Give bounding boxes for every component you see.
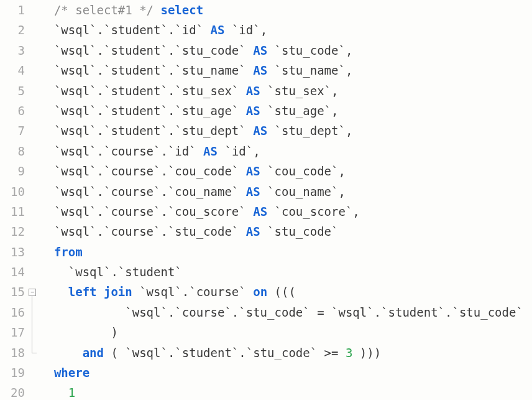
code-line[interactable]: `wsql`.`course`.`cou_code` AS `cou_code`… (40, 161, 532, 181)
indent (40, 144, 54, 158)
keyword-token: AS (246, 164, 260, 178)
fold-gutter: − (29, 0, 37, 400)
keyword-token: where (54, 366, 89, 379)
text-token: `cou_score`, (267, 205, 360, 218)
line-number: 18 (0, 343, 25, 363)
text-token: `stu_sex`, (260, 84, 339, 98)
keyword-token: AS (253, 44, 267, 57)
keyword-token: AS (246, 225, 260, 238)
indent (40, 84, 54, 98)
line-number: 19 (0, 363, 25, 383)
code-line[interactable]: `wsql`.`student`.`stu_sex` AS `stu_sex`, (40, 81, 532, 101)
keyword-token: left join (68, 285, 132, 299)
code-line[interactable]: left join `wsql`.`course` on ((( (40, 282, 532, 302)
code-line[interactable]: ) (40, 322, 532, 342)
code-area[interactable]: /* select#1 */ select `wsql`.`student`.`… (37, 0, 532, 400)
line-number: 17 (0, 322, 25, 342)
code-line[interactable]: `wsql`.`course`.`id` AS `id`, (40, 141, 532, 161)
code-editor[interactable]: 1234567891011121314151617181920 − /* sel… (0, 0, 532, 400)
line-number: 12 (0, 221, 25, 241)
keyword-token: AS (246, 104, 260, 118)
text-token: ((( (267, 285, 296, 299)
line-number: 16 (0, 302, 25, 322)
comment-token: /* select#1 */ (54, 3, 161, 17)
text-token: `wsql`.`course`.`cou_name` (54, 185, 246, 198)
indent (40, 164, 54, 178)
code-line[interactable]: from (40, 242, 532, 262)
fold-guide-line (32, 296, 32, 353)
indent (40, 23, 54, 37)
indent (40, 325, 111, 339)
indent (40, 44, 54, 57)
code-line[interactable]: `wsql`.`student`.`stu_dept` AS `stu_dept… (40, 121, 532, 141)
fold-toggle-icon[interactable]: − (29, 289, 36, 296)
indent (40, 305, 125, 319)
code-line[interactable]: 1 (40, 383, 532, 400)
number-token: 3 (346, 346, 352, 360)
code-line[interactable]: `wsql`.`student` (40, 262, 532, 282)
code-line[interactable]: `wsql`.`student`.`stu_age` AS `stu_age`, (40, 101, 532, 121)
indent (40, 63, 54, 77)
code-line[interactable]: `wsql`.`course`.`cou_score` AS `cou_scor… (40, 202, 532, 221)
line-number: 15 (0, 282, 25, 302)
text-token: `wsql`.`course` (132, 285, 253, 299)
line-number: 3 (0, 40, 25, 60)
indent (40, 285, 68, 299)
indent (40, 3, 54, 17)
line-number: 11 (0, 202, 25, 221)
line-number: 20 (0, 383, 25, 400)
keyword-token: from (54, 245, 83, 259)
text-token: `wsql`.`student`.`stu_code` (54, 44, 253, 57)
indent (40, 265, 68, 279)
text-token: `stu_code`, (267, 44, 352, 57)
line-number-gutter: 1234567891011121314151617181920 (0, 0, 29, 400)
line-number: 10 (0, 182, 25, 202)
indent (40, 366, 54, 379)
line-number: 1 (0, 0, 25, 20)
indent (40, 245, 54, 259)
code-line[interactable]: `wsql`.`student`.`id` AS `id`, (40, 20, 532, 40)
line-number: 9 (0, 161, 25, 181)
text-token: `wsql`.`student` (68, 265, 182, 279)
text-token: ) (111, 325, 117, 339)
indent (40, 225, 54, 238)
text-token: `wsql`.`student`.`stu_sex` (54, 84, 246, 98)
text-token: `cou_name`, (260, 185, 346, 198)
text-token: `stu_age`, (260, 104, 339, 118)
line-number: 4 (0, 60, 25, 80)
code-line[interactable]: where (40, 363, 532, 383)
line-number: 14 (0, 262, 25, 282)
text-token: `wsql`.`course`.`stu_code` (54, 225, 246, 238)
code-line[interactable]: `wsql`.`course`.`stu_code` AS `stu_code` (40, 221, 532, 241)
code-line[interactable]: `wsql`.`course`.`cou_name` AS `cou_name`… (40, 182, 532, 202)
code-line[interactable]: `wsql`.`course`.`stu_code` = `wsql`.`stu… (40, 302, 532, 322)
text-token: `wsql`.`student`.`stu_age` (54, 104, 246, 118)
line-number: 7 (0, 121, 25, 141)
text-token: ( `wsql`.`student`.`stu_code` >= (104, 346, 346, 360)
keyword-token: AS (253, 205, 267, 218)
keyword-token: AS (211, 23, 225, 37)
code-line[interactable]: and ( `wsql`.`student`.`stu_code` >= 3 )… (40, 343, 532, 363)
indent (40, 124, 54, 137)
text-token: `wsql`.`student`.`id` (54, 23, 211, 37)
text-token: `id`, (218, 144, 260, 158)
keyword-token: select (160, 3, 203, 17)
text-token: `stu_code` (260, 225, 339, 238)
code-line[interactable]: `wsql`.`student`.`stu_name` AS `stu_name… (40, 60, 532, 80)
indent (40, 104, 54, 118)
text-token: ))) (352, 346, 381, 360)
keyword-token: on (253, 285, 267, 299)
keyword-token: AS (246, 185, 260, 198)
code-line[interactable]: `wsql`.`student`.`stu_code` AS `stu_code… (40, 40, 532, 60)
keyword-token: AS (203, 144, 218, 158)
text-token: `wsql`.`course`.`cou_code` (54, 164, 246, 178)
keyword-token: AS (253, 63, 267, 77)
indent (40, 386, 68, 399)
text-token: `wsql`.`student`.`stu_dept` (54, 124, 253, 137)
code-line[interactable]: /* select#1 */ select (40, 0, 532, 20)
text-token: `stu_dept`, (267, 124, 352, 137)
text-token: `wsql`.`course`.`stu_code` = `wsql`.`stu… (125, 305, 523, 319)
line-number: 13 (0, 242, 25, 262)
number-token: 1 (68, 386, 75, 399)
line-number: 2 (0, 20, 25, 40)
